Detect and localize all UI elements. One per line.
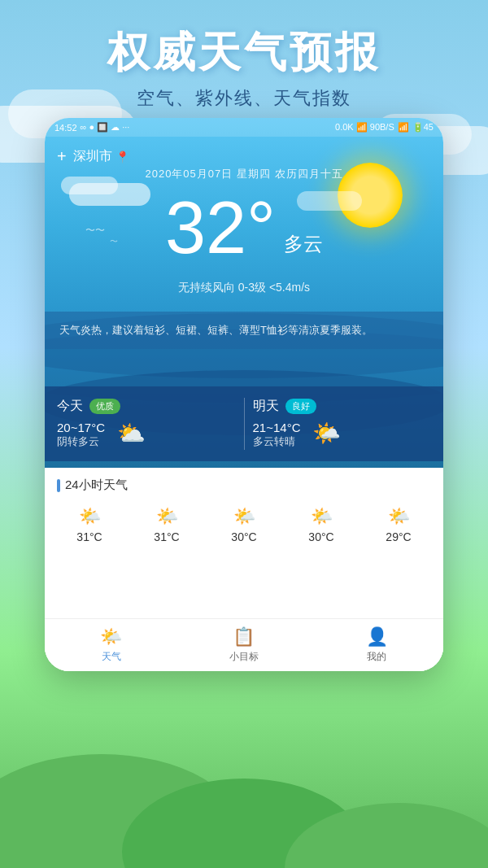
hourly-forecast-row: 🌤️ 31°C 🌤️ 31°C 🌤️ 30°C 🌤️ 30°C 🌤️ 29°C <box>45 499 443 550</box>
status-network: 0.0K 📶 90B/S <box>335 122 394 133</box>
goals-nav-label: 小目标 <box>229 650 259 664</box>
list-item: 🌤️ 29°C <box>386 506 411 543</box>
forecast-row: 今天 优质 20~17°C 阴转多云 ⛅ 明天 良好 21~14°C 多云 <box>45 386 443 461</box>
today-label: 今天 <box>57 398 83 415</box>
profile-nav-icon: 👤 <box>366 626 388 648</box>
today-weather-icon: ⛅ <box>117 420 146 447</box>
hourly-icon-3: 🌤️ <box>233 506 255 527</box>
advice-text: 天气炎热，建议着短衫、短裙、短裤、薄型T恤衫等清凉夏季服装。 <box>59 324 373 336</box>
tomorrow-forecast: 明天 良好 21~14°C 多云转晴 🌤️ <box>253 398 432 450</box>
status-time: 14:52 <box>54 123 77 133</box>
list-item: 🌤️ 30°C <box>231 506 256 543</box>
tomorrow-weather-icon: 🌤️ <box>312 420 341 447</box>
hourly-icon-5: 🌤️ <box>388 506 410 527</box>
status-battery: 🔋45 <box>412 122 434 133</box>
date-display: 2020年05月07日 星期四 农历四月十五 <box>45 167 443 181</box>
forecast-divider <box>244 398 245 450</box>
hourly-temp-4: 30°C <box>308 530 333 543</box>
today-quality: 优质 <box>89 399 120 414</box>
clothing-advice: 天气炎热，建议着短衫、短裙、短裤、薄型T恤衫等清凉夏季服装。 <box>45 312 443 349</box>
hero-section: 权威天气预报 空气、紫外线、天气指数 <box>0 0 488 119</box>
weather-nav-label: 天气 <box>102 650 121 664</box>
bottom-section: 24小时天气 🌤️ 31°C 🌤️ 31°C 🌤️ 30°C 🌤️ 30°C 🌤… <box>45 468 443 671</box>
list-item: 🌤️ 30°C <box>308 506 333 543</box>
weather-condition: 多云 <box>284 231 323 257</box>
main-title: 权威天气预报 <box>16 24 472 81</box>
add-location-icon[interactable]: + <box>57 147 67 166</box>
hourly-title-bar <box>57 479 60 492</box>
bottom-navigation: 🌤️ 天气 📋 小目标 👤 我的 <box>45 618 443 671</box>
hourly-title-row: 24小时天气 <box>45 468 443 499</box>
temperature-area: 32° 多云 <box>45 191 443 264</box>
goals-nav-icon: 📋 <box>233 626 255 648</box>
hourly-icon-4: 🌤️ <box>311 506 333 527</box>
status-signal: 📶 <box>398 122 409 133</box>
nav-item-goals[interactable]: 📋 小目标 <box>177 626 310 664</box>
status-bar: 14:52 ∞ ● 🔲 ☁ ··· 0.0K 📶 90B/S 📶 🔋45 <box>45 118 443 137</box>
today-temp: 20~17°C <box>57 421 105 434</box>
sub-title: 空气、紫外线、天气指数 <box>16 86 472 111</box>
status-icons: ∞ ● 🔲 ☁ ··· <box>81 122 130 133</box>
tomorrow-weather: 多云转晴 <box>253 434 301 449</box>
list-item: 🌤️ 31°C <box>76 506 102 543</box>
city-name: 深圳市 <box>73 148 112 165</box>
today-forecast: 今天 优质 20~17°C 阴转多云 ⛅ <box>57 398 236 450</box>
temperature-value: 32° <box>165 191 276 264</box>
list-item: 🌤️ 31°C <box>154 506 179 543</box>
today-weather: 阴转多云 <box>57 434 105 449</box>
tomorrow-label: 明天 <box>253 398 279 415</box>
nav-item-weather[interactable]: 🌤️ 天气 <box>45 626 177 664</box>
weather-nav-icon: 🌤️ <box>100 626 122 648</box>
hourly-temp-5: 29°C <box>386 530 411 543</box>
wind-info: 无持续风向 0-3级 <5.4m/s <box>45 281 443 295</box>
grass-decoration <box>0 770 488 868</box>
hourly-temp-1: 31°C <box>76 530 102 543</box>
hourly-temp-2: 31°C <box>154 530 179 543</box>
hourly-icon-1: 🌤️ <box>79 506 101 527</box>
location-pin-icon: 📍 <box>115 150 129 164</box>
hourly-icon-2: 🌤️ <box>156 506 178 527</box>
hourly-title-text: 24小时天气 <box>65 478 128 493</box>
profile-nav-label: 我的 <box>367 650 386 664</box>
nav-item-profile[interactable]: 👤 我的 <box>311 626 443 664</box>
hourly-temp-3: 30°C <box>231 530 256 543</box>
tomorrow-quality: 良好 <box>285 399 316 414</box>
phone-mockup: 〜〜 〜 14:52 ∞ ● 🔲 ☁ ··· 0.0K 📶 90B/S 📶 🔋4… <box>45 118 443 671</box>
tomorrow-temp: 21~14°C <box>253 421 301 434</box>
